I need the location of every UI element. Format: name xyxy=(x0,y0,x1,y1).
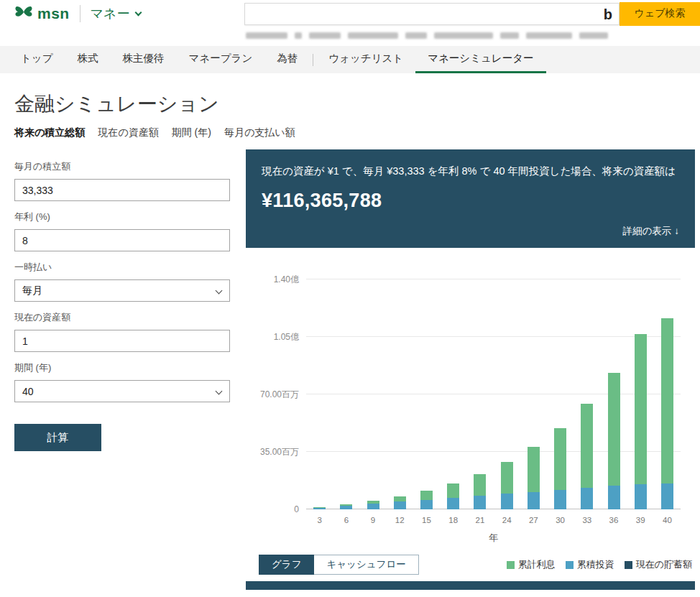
bar-slot xyxy=(306,507,333,509)
blurred-ad-text xyxy=(246,29,686,42)
x-tick-label: 21 xyxy=(466,516,493,524)
x-tick-label: 40 xyxy=(654,516,681,524)
bar-slot xyxy=(520,447,547,509)
search-area: b ウェブ検索 xyxy=(244,2,700,26)
x-tick-label: 36 xyxy=(600,516,627,524)
x-tick-label: 18 xyxy=(440,516,466,524)
bar-year-33[interactable] xyxy=(581,404,593,509)
bar-segment xyxy=(661,318,673,483)
blurred-text-chunk xyxy=(309,32,341,39)
blurred-text-chunk xyxy=(348,32,398,39)
x-tick-label: 15 xyxy=(413,516,440,524)
bar-segment xyxy=(635,334,647,484)
annual-rate-label: 年利 (%) xyxy=(14,210,246,223)
nav-item-stocks[interactable]: 株式 xyxy=(65,46,111,73)
money-vertical-link[interactable]: マネー xyxy=(91,5,141,22)
page-title: 金融シミュレーション xyxy=(14,91,700,118)
chart-plot-area: 035.00百万70.00百万1.05億1.40億 xyxy=(306,279,681,509)
chevron-down-icon xyxy=(134,9,142,17)
x-axis-ticks: 3691215182124273033363940 xyxy=(306,516,681,524)
nav-item-top[interactable]: トップ xyxy=(9,46,65,73)
subtab-monthly-payment[interactable]: 毎月の支払い額 xyxy=(224,126,295,139)
bar-segment xyxy=(340,506,352,509)
brand-divider xyxy=(80,5,80,22)
result-amount: ¥116,365,788 xyxy=(262,190,679,212)
arrow-down-icon: ↓ xyxy=(674,226,679,236)
bar-year-21[interactable] xyxy=(474,474,486,510)
bar-slot xyxy=(413,491,440,509)
bar-segment xyxy=(581,404,593,488)
nav-item-exchange[interactable]: 為替 xyxy=(264,46,310,73)
subtab-future-total[interactable]: 将来の積立総額 xyxy=(14,126,85,139)
subtab-current-assets[interactable]: 現在の資産額 xyxy=(98,126,158,139)
current-assets-input[interactable] xyxy=(14,330,230,352)
web-search-button[interactable]: ウェブ検索 xyxy=(620,2,700,26)
bar-year-15[interactable] xyxy=(420,491,433,509)
main-navigation: トップ 株式 株主優待 マネープラン 為替 ウォッチリスト マネーシミュレーター xyxy=(0,46,700,73)
x-tick-label: 27 xyxy=(520,516,547,524)
bar-segment xyxy=(661,483,673,510)
chevron-down-icon xyxy=(216,388,223,395)
bar-segment xyxy=(474,496,486,509)
chevron-down-icon xyxy=(216,287,223,295)
bar-year-40[interactable] xyxy=(661,318,673,509)
chart-legend: 累計利息累積投資現在の貯蓄額 xyxy=(507,558,692,571)
bar-slot xyxy=(574,404,600,509)
bar-year-9[interactable] xyxy=(367,501,379,509)
y-tick-label: 1.40億 xyxy=(246,274,299,286)
subtab-period[interactable]: 期間 (年) xyxy=(172,126,211,139)
x-tick-label: 6 xyxy=(333,516,359,524)
bar-year-24[interactable] xyxy=(501,462,513,509)
blurred-text-chunk xyxy=(405,32,427,39)
payment-frequency-select[interactable]: 毎月 xyxy=(14,279,230,302)
footer-strip xyxy=(246,581,695,590)
annual-rate-input[interactable] xyxy=(14,229,230,251)
calculate-button[interactable]: 計算 xyxy=(14,424,101,451)
bar-slot xyxy=(494,462,520,509)
nav-item-watchlist[interactable]: ウォッチリスト xyxy=(316,46,415,73)
blurred-text-chunk xyxy=(526,32,572,39)
bar-year-6[interactable] xyxy=(340,504,352,509)
msn-butterfly-icon xyxy=(14,6,33,22)
money-vertical-label: マネー xyxy=(91,5,130,22)
period-select[interactable]: 40 xyxy=(14,380,230,402)
bar-year-3[interactable] xyxy=(313,507,326,509)
bar-slot xyxy=(440,483,466,510)
x-axis-label: 年 xyxy=(306,532,681,545)
search-input[interactable] xyxy=(245,4,619,24)
nav-item-shareholder-benefits[interactable]: 株主優待 xyxy=(111,46,177,73)
period-value: 40 xyxy=(22,386,34,397)
bar-segment xyxy=(447,498,459,509)
bar-segment xyxy=(501,494,513,509)
legend-swatch xyxy=(625,561,632,569)
msn-brand[interactable]: msn マネー xyxy=(14,5,244,22)
bar-slot xyxy=(466,474,493,510)
bar-segment xyxy=(313,508,326,510)
bar-year-36[interactable] xyxy=(608,373,620,509)
chart-footer: グラフ キャッシュフロー 累計利息累積投資現在の貯蓄額 xyxy=(259,555,692,575)
bar-year-39[interactable] xyxy=(635,334,647,510)
tab-cashflow[interactable]: キャッシュフロー xyxy=(314,555,418,575)
bar-year-18[interactable] xyxy=(447,483,459,510)
bar-year-12[interactable] xyxy=(394,496,406,509)
current-assets-label: 現在の資産額 xyxy=(14,311,246,324)
bar-year-30[interactable] xyxy=(554,428,566,510)
payment-frequency-label: 一時払い xyxy=(14,261,246,274)
nav-item-money-simulator[interactable]: マネーシミュレーター xyxy=(415,46,545,73)
bar-segment xyxy=(635,484,647,510)
bing-icon[interactable]: b xyxy=(604,5,612,24)
bar-slot xyxy=(359,501,386,509)
details-toggle[interactable]: 詳細の表示↓ xyxy=(262,225,679,238)
search-box: b xyxy=(244,3,620,25)
monthly-contribution-input[interactable] xyxy=(14,179,230,201)
x-tick-label: 3 xyxy=(306,516,333,524)
x-tick-label: 30 xyxy=(547,516,574,524)
blurred-text-chunk xyxy=(579,32,608,39)
x-tick-label: 12 xyxy=(387,516,413,524)
tab-graph[interactable]: グラフ xyxy=(259,555,314,575)
bar-slot xyxy=(600,373,627,509)
nav-item-money-plan[interactable]: マネープラン xyxy=(177,46,265,73)
bar-slot xyxy=(627,334,654,510)
bar-year-27[interactable] xyxy=(528,447,540,509)
blurred-text-chunk xyxy=(246,32,287,39)
